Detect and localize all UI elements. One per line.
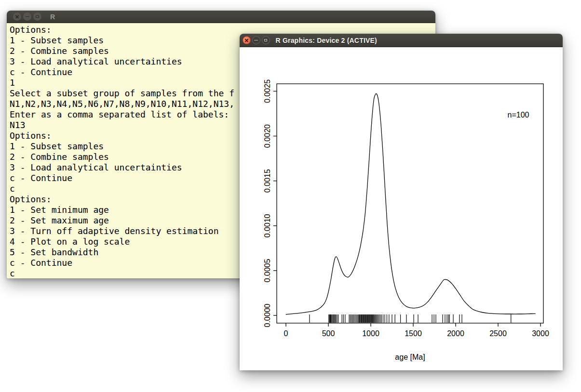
close-icon	[244, 38, 249, 42]
y-tick-label: 0.0000	[263, 303, 271, 327]
x-tick-label: 500	[322, 329, 335, 338]
x-tick-label: 2000	[447, 329, 464, 338]
terminal-titlebar[interactable]: R	[7, 11, 435, 23]
graphics-window-title: R Graphics: Device 2 (ACTIVE)	[276, 37, 377, 44]
x-tick-label: 2500	[489, 329, 507, 338]
close-button[interactable]	[13, 13, 21, 21]
minimize-button[interactable]	[252, 36, 260, 44]
minimize-icon	[254, 40, 258, 41]
minimize-icon	[26, 16, 29, 17]
plot-canvas: 050010001500200025003000 0.00000.00050.0…	[240, 47, 563, 370]
desktop: R Options:1 - Subset samples2 - Combine …	[0, 0, 581, 392]
y-tick-label: 0.0025	[263, 79, 271, 103]
y-tick-label: 0.0020	[263, 124, 271, 148]
y-tick-label: 0.0015	[263, 169, 271, 193]
maximize-button[interactable]	[262, 36, 270, 44]
sample-count-annotation: n=100	[508, 111, 529, 119]
x-tick-label: 3000	[532, 329, 549, 338]
x-tick-label: 1000	[362, 329, 379, 338]
plot-box	[277, 84, 543, 323]
x-axis: 050010001500200025003000	[284, 323, 549, 338]
close-button[interactable]	[243, 36, 251, 44]
x-axis-title: age [Ma]	[395, 353, 425, 361]
maximize-icon	[264, 39, 268, 42]
rug	[310, 314, 511, 323]
graphics-titlebar[interactable]: R Graphics: Device 2 (ACTIVE)	[240, 34, 563, 47]
minimize-button[interactable]	[23, 13, 31, 21]
maximize-icon	[36, 15, 39, 18]
terminal-window-title: R	[50, 13, 55, 21]
density-plot: 050010001500200025003000 0.00000.00050.0…	[240, 47, 563, 370]
x-tick-label: 0	[284, 329, 288, 338]
y-axis: 0.00000.00050.00100.00150.00200.0025	[263, 79, 277, 327]
density-curve	[286, 93, 535, 314]
y-tick-label: 0.0005	[263, 259, 271, 282]
y-tick-label: 0.0010	[263, 214, 271, 237]
graphics-window: R Graphics: Device 2 (ACTIVE) 0500100015…	[240, 34, 563, 370]
x-tick-label: 1500	[405, 329, 422, 338]
close-icon	[15, 14, 19, 19]
maximize-button[interactable]	[33, 13, 41, 21]
